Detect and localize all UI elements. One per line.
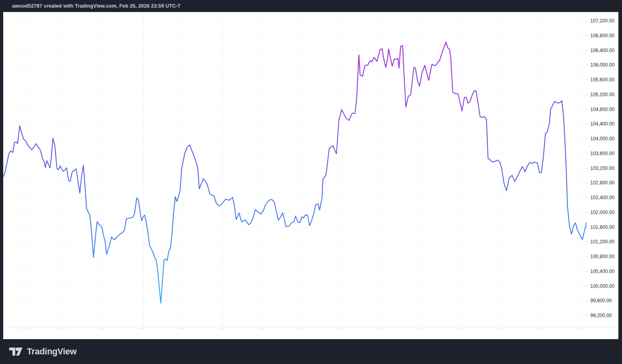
price-axis-label: 99,600.00 xyxy=(590,298,612,303)
price-axis-label: 101,600.00 xyxy=(590,224,614,230)
price-axis-label: 106,800.00 xyxy=(590,33,614,38)
price-chart-svg[interactable]: 107,200.00106,800.00106,400.00106,000.00… xyxy=(3,12,618,339)
price-axis-label: 102,400.00 xyxy=(590,195,614,200)
time-axis-label: 12:00 xyxy=(177,331,189,337)
time-axis-label: 12:00 xyxy=(495,331,507,337)
price-axis-label: 102,800.00 xyxy=(590,180,614,186)
time-axis-label: 7 xyxy=(142,331,145,337)
price-axis-label: 105,600.00 xyxy=(590,77,614,83)
time-axis-label: 9 xyxy=(301,331,304,337)
time-axis-label: 12:00 xyxy=(336,331,348,337)
time-axis-label: 12:00 xyxy=(18,331,30,337)
time-axis-label: 12:00 xyxy=(415,331,427,337)
footer-bar: TradingView xyxy=(0,339,622,364)
tradingview-logo-icon xyxy=(9,346,23,357)
price-axis-label: 100,800.00 xyxy=(590,254,614,259)
price-axis-label: 106,400.00 xyxy=(590,48,614,53)
time-axis-label: 12:00 xyxy=(575,331,587,337)
price-axis-label: 100,000.00 xyxy=(590,283,614,289)
time-axis-label: 8 xyxy=(221,331,224,337)
attribution-text: awood52787 created with TradingView.com,… xyxy=(12,3,180,9)
price-axis-label: 101,200.00 xyxy=(590,239,614,245)
price-axis-label: 103,200.00 xyxy=(590,166,614,171)
price-axis-label: 103,600.00 xyxy=(590,151,614,156)
time-axis-label: 12 xyxy=(538,331,544,337)
price-axis-label: 105,200.00 xyxy=(590,92,614,97)
price-axis-label: 107,200.00 xyxy=(590,18,614,24)
time-axis-label: 6 xyxy=(63,331,65,337)
time-axis-label: 12:00 xyxy=(257,331,269,337)
price-axis-label: 104,800.00 xyxy=(590,107,614,112)
price-axis-label: 102,000.00 xyxy=(590,210,614,215)
price-line-path xyxy=(3,42,586,303)
price-axis-label: 104,000.00 xyxy=(590,136,614,142)
attribution-bar: awood52787 created with TradingView.com,… xyxy=(0,0,622,12)
chart-pane[interactable]: 107,200.00106,800.00106,400.00106,000.00… xyxy=(3,12,618,339)
tradingview-wordmark: TradingView xyxy=(27,347,77,357)
price-axis-label: 104,400.00 xyxy=(590,121,614,127)
time-axis-label: 10 xyxy=(379,331,385,337)
time-axis-label: 12:00 xyxy=(97,331,109,337)
time-axis-label: 11 xyxy=(459,331,464,337)
tradingview-brand[interactable]: TradingView xyxy=(9,346,77,357)
price-axis-label: 99,200.00 xyxy=(590,313,612,318)
price-axis-label: 100,400.00 xyxy=(590,269,614,274)
price-axis-label: 106,000.00 xyxy=(590,62,614,68)
